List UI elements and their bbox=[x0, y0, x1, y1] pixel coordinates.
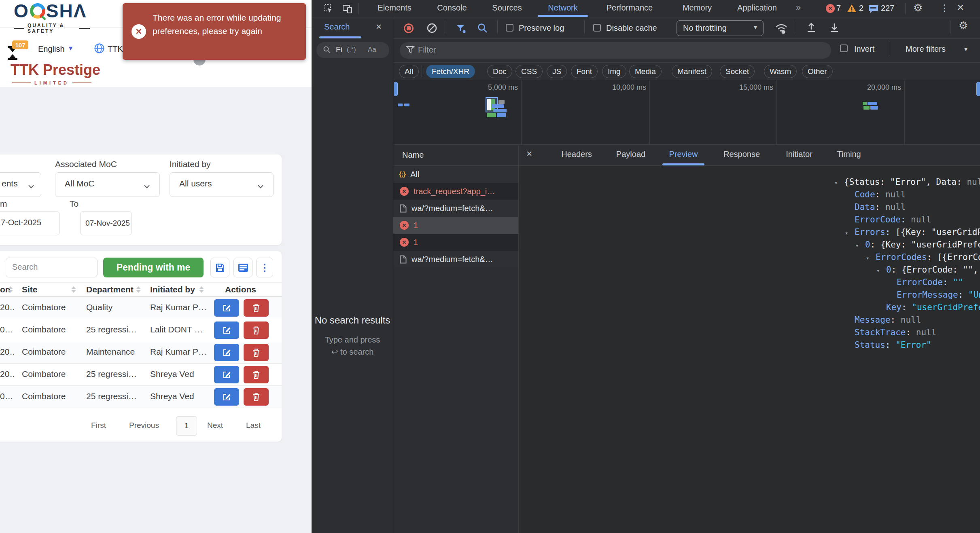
request-type-chip-manifest[interactable]: Manifest bbox=[672, 65, 712, 78]
json-preview-line[interactable]: ▾Errors: [{Key: "userGridPreferences", E… bbox=[830, 226, 980, 239]
settings-gear-icon[interactable]: ⚙ bbox=[913, 2, 923, 14]
column-header-initiatedby[interactable]: Initiated by bbox=[150, 285, 195, 294]
request-type-chip-media[interactable]: Media bbox=[629, 65, 662, 78]
devtools-tab-network[interactable]: Network bbox=[548, 3, 577, 13]
save-preferences-button[interactable] bbox=[210, 258, 229, 277]
devtools-close-icon[interactable]: × bbox=[957, 0, 964, 14]
edit-button[interactable] bbox=[214, 299, 239, 317]
language-selector[interactable]: English bbox=[38, 44, 65, 54]
json-preview-line[interactable]: ▾{Status: "Error", Data: null, Code: nul… bbox=[830, 176, 980, 188]
inspect-element-icon[interactable] bbox=[323, 4, 334, 14]
request-row[interactable]: {;}All bbox=[393, 166, 518, 183]
network-filter-input[interactable] bbox=[400, 42, 831, 59]
devtools-menu-icon[interactable]: ⋮ bbox=[940, 3, 949, 13]
invert-checkbox[interactable] bbox=[840, 44, 848, 52]
expand-arrow-icon[interactable]: ▾ bbox=[834, 177, 844, 188]
search-panel-close-icon[interactable]: × bbox=[376, 21, 382, 32]
json-preview-line[interactable]: ▾ErrorCodes: [{ErrorCode: "", ErrorMessa… bbox=[830, 251, 980, 264]
language-caret-icon[interactable]: ▾ bbox=[69, 44, 72, 53]
timeline-right-handle[interactable] bbox=[976, 82, 980, 96]
devtools-tab-elements[interactable]: Elements bbox=[378, 3, 411, 13]
devtools-tab-performance[interactable]: Performance bbox=[607, 3, 653, 13]
sort-icon[interactable] bbox=[71, 286, 76, 293]
request-row[interactable]: ✕1 bbox=[393, 234, 518, 251]
error-count-icon[interactable]: ✕ bbox=[826, 4, 835, 13]
edit-button[interactable] bbox=[214, 388, 239, 406]
delete-button[interactable] bbox=[244, 366, 269, 383]
expand-arrow-icon[interactable]: ▾ bbox=[876, 264, 886, 276]
request-type-chip-all[interactable]: All bbox=[399, 65, 419, 78]
column-header-site[interactable]: Site bbox=[22, 285, 38, 294]
timeline-left-handle[interactable] bbox=[394, 82, 398, 96]
expand-arrow-icon[interactable]: ▾ bbox=[845, 227, 855, 239]
delete-button[interactable] bbox=[244, 344, 269, 361]
preserve-log-label[interactable]: Preserve log bbox=[519, 23, 564, 33]
filter-funnel-icon[interactable] bbox=[456, 24, 466, 35]
pagination-first[interactable]: First bbox=[91, 421, 106, 430]
sort-icon[interactable] bbox=[8, 286, 13, 293]
delete-button[interactable] bbox=[244, 321, 269, 339]
detail-tab-response[interactable]: Response bbox=[723, 150, 760, 159]
more-filters-label[interactable]: More filters bbox=[906, 44, 946, 54]
request-type-chip-js[interactable]: JS bbox=[547, 65, 567, 78]
delete-button[interactable] bbox=[244, 299, 269, 317]
message-bubble-icon[interactable] bbox=[868, 4, 879, 15]
request-type-chip-wasm[interactable]: Wasm bbox=[764, 65, 797, 78]
detail-tab-timing[interactable]: Timing bbox=[837, 150, 861, 159]
request-row[interactable]: wa/?medium=fetch&… bbox=[393, 200, 518, 217]
request-type-chip-font[interactable]: Font bbox=[571, 65, 598, 78]
edit-button[interactable] bbox=[214, 344, 239, 361]
pagination-current-page[interactable]: 1 bbox=[176, 416, 197, 436]
regex-toggle[interactable]: (.*) bbox=[347, 46, 356, 54]
request-type-chip-socket[interactable]: Socket bbox=[720, 65, 755, 78]
sort-icon[interactable] bbox=[136, 286, 141, 293]
column-header-actions[interactable]: Actions bbox=[225, 285, 256, 294]
edit-button[interactable] bbox=[214, 366, 239, 383]
pending-with-me-button[interactable]: Pending with me bbox=[103, 258, 204, 277]
devtools-tab-console[interactable]: Console bbox=[437, 3, 467, 13]
json-preview-line[interactable]: ▾0: {Key: "userGridPreferences", ErrorCo… bbox=[830, 239, 980, 251]
detail-tab-headers[interactable]: Headers bbox=[561, 150, 592, 159]
detail-tab-payload[interactable]: Payload bbox=[616, 150, 645, 159]
expand-arrow-icon[interactable]: ▾ bbox=[855, 239, 865, 251]
network-settings-gear-icon[interactable]: ⚙ bbox=[959, 19, 968, 32]
invert-label[interactable]: Invert bbox=[854, 44, 874, 54]
devtools-tab-sources[interactable]: Sources bbox=[492, 3, 522, 13]
pagination-next[interactable]: Next bbox=[207, 421, 223, 430]
network-conditions-icon[interactable] bbox=[774, 22, 788, 36]
import-har-icon[interactable] bbox=[806, 22, 817, 35]
devtools-tab-memory[interactable]: Memory bbox=[683, 3, 712, 13]
request-row[interactable]: ✕track_request?app_i… bbox=[393, 183, 518, 200]
request-type-chip-css[interactable]: CSS bbox=[515, 65, 543, 78]
error-count[interactable]: 7 bbox=[836, 4, 841, 13]
detail-close-icon[interactable]: × bbox=[526, 148, 532, 159]
column-header-department[interactable]: Department bbox=[86, 285, 134, 294]
request-type-chip-other[interactable]: Other bbox=[802, 65, 833, 78]
match-case-toggle[interactable]: Aa bbox=[368, 46, 376, 54]
network-search-icon[interactable] bbox=[477, 23, 488, 35]
search-panel-tab[interactable]: Search bbox=[324, 22, 350, 32]
request-type-chip-img[interactable]: Img bbox=[602, 65, 626, 78]
detail-tab-preview[interactable]: Preview bbox=[669, 150, 698, 159]
portal-name[interactable]: TTK bbox=[108, 44, 123, 54]
device-toolbar-icon[interactable] bbox=[342, 4, 353, 14]
delete-button[interactable] bbox=[244, 388, 269, 406]
preserve-log-checkbox[interactable] bbox=[506, 24, 513, 32]
sort-icon[interactable] bbox=[199, 286, 204, 293]
request-type-chip-doc[interactable]: Doc bbox=[487, 65, 512, 78]
more-options-button[interactable]: ⋮ bbox=[256, 258, 273, 277]
edit-button[interactable] bbox=[214, 321, 239, 339]
json-preview-line[interactable]: ▾0: {ErrorCode: "", ErrorMessage: "Unkno… bbox=[830, 264, 980, 276]
request-row[interactable]: wa/?medium=fetch&… bbox=[393, 251, 518, 268]
warning-count[interactable]: 2 bbox=[859, 4, 863, 13]
message-count[interactable]: 227 bbox=[881, 4, 894, 13]
devtools-tab-application[interactable]: Application bbox=[737, 3, 777, 13]
more-filters-caret-icon[interactable]: ▾ bbox=[964, 45, 967, 53]
export-har-icon[interactable] bbox=[829, 22, 840, 35]
pagination-last[interactable]: Last bbox=[246, 421, 261, 430]
request-row[interactable]: ✕1 bbox=[393, 217, 518, 234]
more-tabs-chevron[interactable]: » bbox=[796, 2, 801, 13]
pagination-previous[interactable]: Previous bbox=[129, 421, 159, 430]
column-settings-button[interactable] bbox=[233, 258, 252, 277]
request-type-chip-fetchxhr[interactable]: Fetch/XHR bbox=[426, 65, 475, 78]
